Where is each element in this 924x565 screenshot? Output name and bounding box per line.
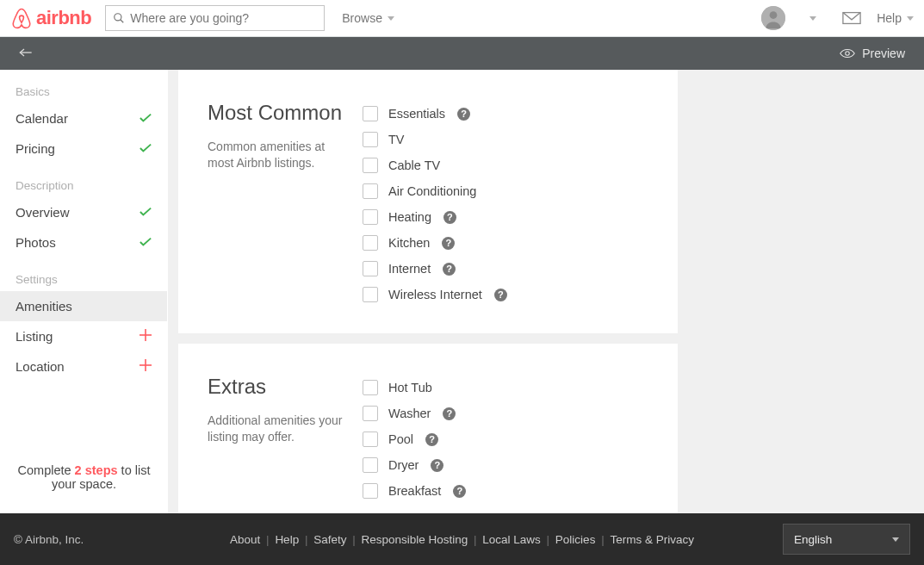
cta-pre: Complete: [18, 463, 75, 477]
sidebar-item-photos[interactable]: Photos: [0, 227, 167, 258]
amenity-label: Washer: [388, 407, 431, 420]
site-footer: © Airbnb, Inc. About | Help | Safety | R…: [0, 513, 924, 565]
plus-icon: [140, 329, 152, 344]
amenity-checkbox[interactable]: [363, 406, 378, 421]
amenity-checkbox[interactable]: [363, 483, 378, 499]
help-tooltip-icon[interactable]: ?: [443, 263, 456, 276]
amenity-row-breakfast: Breakfast?: [363, 478, 648, 504]
sidebar-item-label: Listing: [16, 329, 53, 344]
amenity-checkbox[interactable]: [363, 106, 378, 121]
sidebar-cta: Complete 2 steps to list your space.: [0, 444, 168, 513]
sidebar-item-label: Pricing: [16, 141, 55, 156]
user-menu-chevron-icon[interactable]: [809, 16, 816, 21]
help-tooltip-icon[interactable]: ?: [443, 407, 456, 420]
chevron-down-icon: [892, 537, 899, 542]
amenity-checkbox[interactable]: [363, 380, 378, 395]
sidebar-section-label: Settings: [0, 258, 167, 291]
panel-most-common: Most CommonCommon amenities at most Airb…: [178, 70, 678, 333]
amenity-row-pool: Pool?: [363, 426, 648, 452]
amenity-label: Breakfast: [388, 484, 441, 498]
footer-link-responsible-hosting[interactable]: Responsible Hosting: [361, 533, 468, 546]
footer-link-terms-privacy[interactable]: Terms & Privacy: [610, 533, 694, 546]
sidebar-section-label: Description: [0, 164, 167, 197]
eye-icon: [840, 48, 855, 59]
help-tooltip-icon[interactable]: ?: [457, 108, 470, 121]
help-tooltip-icon[interactable]: ?: [431, 459, 443, 472]
amenity-row-kitchen: Kitchen?: [363, 230, 648, 256]
back-button[interactable]: [19, 47, 33, 61]
arrow-left-icon: [19, 47, 33, 59]
amenity-label: Kitchen: [388, 236, 430, 250]
amenity-checkbox[interactable]: [363, 132, 378, 147]
help-tooltip-icon[interactable]: ?: [442, 237, 455, 250]
content-area: Most CommonCommon amenities at most Airb…: [168, 70, 924, 513]
amenity-label: Hot Tub: [388, 381, 432, 394]
amenity-row-essentials: Essentials?: [363, 101, 648, 127]
amenity-checkbox[interactable]: [363, 158, 378, 173]
amenity-checkbox[interactable]: [363, 457, 378, 473]
check-icon: [140, 205, 152, 220]
svg-point-6: [846, 52, 850, 56]
footer-links: About | Help | Safety | Responsible Host…: [230, 533, 694, 546]
panel-subtitle: Additional amenities your listing may of…: [208, 413, 352, 445]
sidebar-item-location[interactable]: Location: [0, 351, 167, 382]
search-input[interactable]: Where are you going?: [105, 5, 325, 31]
help-tooltip-icon[interactable]: ?: [443, 211, 456, 224]
footer-link-help[interactable]: Help: [275, 533, 299, 546]
copyright: © Airbnb, Inc.: [14, 533, 84, 546]
footer-link-safety[interactable]: Safety: [313, 533, 346, 546]
language-label: English: [794, 533, 832, 546]
amenity-label: Dryer: [388, 458, 419, 472]
avatar-icon: [761, 6, 785, 30]
amenity-checkbox[interactable]: [363, 432, 378, 447]
sidebar-item-amenities[interactable]: Amenities: [0, 291, 167, 321]
top-header: airbnb Where are you going? Browse Help: [0, 0, 924, 37]
sidebar-item-pricing[interactable]: Pricing: [0, 133, 167, 164]
amenity-label: Essentials: [388, 107, 445, 121]
sidebar-item-label: Location: [16, 359, 65, 374]
amenity-label: Pool: [388, 432, 413, 446]
amenity-checkbox[interactable]: [363, 261, 378, 276]
amenity-row-dryer: Dryer?: [363, 452, 648, 478]
amenity-checkbox[interactable]: [363, 287, 378, 302]
sidebar-item-listing[interactable]: Listing: [0, 321, 167, 351]
svg-point-0: [115, 14, 121, 21]
footer-link-local-laws[interactable]: Local Laws: [482, 533, 541, 546]
search-placeholder: Where are you going?: [130, 11, 249, 25]
footer-link-policies[interactable]: Policies: [555, 533, 596, 546]
amenity-label: Wireless Internet: [388, 288, 482, 301]
preview-label: Preview: [862, 47, 905, 60]
sidebar-item-label: Overview: [16, 205, 70, 220]
sidebar-item-calendar[interactable]: Calendar: [0, 103, 167, 133]
panel-title: Most Common: [208, 101, 352, 125]
brand-logo[interactable]: airbnb: [10, 6, 91, 30]
separator: |: [470, 533, 480, 546]
help-tooltip-icon[interactable]: ?: [494, 289, 507, 301]
sidebar-item-overview[interactable]: Overview: [0, 197, 167, 227]
footer-link-about[interactable]: About: [230, 533, 260, 546]
help-label: Help: [877, 11, 902, 25]
browse-dropdown[interactable]: Browse: [342, 11, 394, 25]
amenity-label: Internet: [388, 262, 431, 276]
separator: |: [301, 533, 311, 546]
preview-button[interactable]: Preview: [840, 47, 905, 60]
user-avatar[interactable]: [761, 6, 785, 30]
help-tooltip-icon[interactable]: ?: [453, 485, 466, 498]
amenity-checkbox[interactable]: [363, 209, 378, 225]
help-tooltip-icon[interactable]: ?: [425, 433, 438, 446]
amenity-checkbox[interactable]: [363, 183, 378, 199]
amenity-row-washer: Washer?: [363, 400, 648, 426]
messages-icon[interactable]: [842, 11, 861, 25]
separator: |: [263, 533, 272, 546]
check-icon: [140, 235, 152, 250]
sidebar-item-label: Photos: [16, 235, 56, 250]
cta-steps: 2 steps: [75, 463, 118, 477]
panel-extras: ExtrasAdditional amenities your listing …: [178, 344, 678, 513]
browse-label: Browse: [342, 11, 382, 25]
amenity-row-hot-tub: Hot Tub: [363, 375, 648, 400]
panel-title: Extras: [208, 375, 352, 399]
amenity-checkbox[interactable]: [363, 235, 378, 251]
language-selector[interactable]: English: [783, 524, 910, 555]
help-dropdown[interactable]: Help: [877, 11, 914, 25]
chevron-down-icon: [907, 16, 914, 21]
